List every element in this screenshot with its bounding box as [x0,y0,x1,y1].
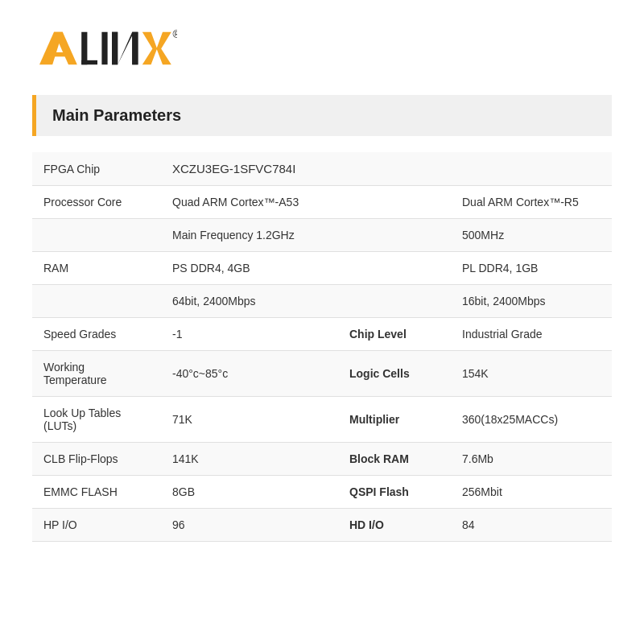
row-label2 [338,252,451,285]
row-label2: HD I/O [338,509,451,542]
row-value1: -40°c~85°c [161,351,338,397]
row-value2: 16bit, 2400Mbps [451,285,612,318]
row-value1: 8GB [161,476,338,509]
row-label: Speed Grades [32,318,161,351]
row-value2: Dual ARM Cortex™-R5 [451,186,612,219]
row-label2: QSPI Flash [338,476,451,509]
table-row: EMMC FLASH 8GB QSPI Flash 256Mbit [32,476,612,509]
row-value1: -1 [161,318,338,351]
row-label2 [338,285,451,318]
table-row: 64bit, 2400Mbps 16bit, 2400Mbps [32,285,612,318]
row-label: RAM [32,252,161,285]
svg-text:®: ® [173,29,177,40]
table-row: HP I/O 96 HD I/O 84 [32,509,612,542]
row-value: XCZU3EG-1SFVC784I [161,152,612,186]
row-value1: Quad ARM Cortex™-A53 [161,186,338,219]
section-title: Main Parameters [52,106,181,124]
svg-rect-2 [48,52,68,56]
row-value2: 500MHz [451,219,612,252]
row-label: HP I/O [32,509,161,542]
row-value1: 96 [161,509,338,542]
svg-rect-5 [101,32,107,65]
svg-rect-8 [132,32,138,65]
row-value1: Main Frequency 1.2GHz [161,219,338,252]
row-label2: Multiplier [338,397,451,443]
svg-rect-4 [81,60,97,64]
row-label: FPGA Chip [32,152,161,186]
row-value2: Industrial Grade [451,318,612,351]
svg-marker-9 [142,32,171,65]
row-value2: 154K [451,351,612,397]
row-label: Processor Core [32,186,161,219]
svg-rect-3 [81,32,87,65]
row-label: Look Up Tables (LUTs) [32,397,161,443]
row-value1: PS DDR4, 4GB [161,252,338,285]
table-row: Working Temperature -40°c~85°c Logic Cel… [32,351,612,397]
table-row: RAM PS DDR4, 4GB PL DDR4, 1GB [32,252,612,285]
row-value2: PL DDR4, 1GB [451,252,612,285]
table-row: Processor Core Quad ARM Cortex™-A53 Dual… [32,186,612,219]
row-label2 [338,219,451,252]
logo-area: ® [32,24,612,72]
row-value2: 84 [451,509,612,542]
row-value1: 71K [161,397,338,443]
row-label: EMMC FLASH [32,476,161,509]
row-label: Working Temperature [32,351,161,397]
params-table: FPGA Chip XCZU3EG-1SFVC784I Processor Co… [32,152,612,542]
row-value1: 141K [161,443,338,476]
table-row: Speed Grades -1 Chip Level Industrial Gr… [32,318,612,351]
row-value2: 256Mbit [451,476,612,509]
row-label2 [338,186,451,219]
row-label2: Logic Cells [338,351,451,397]
row-label: CLB Flip-Flops [32,443,161,476]
row-label [32,219,161,252]
row-label2: Chip Level [338,318,451,351]
section-header: Main Parameters [32,95,612,136]
row-value2: 360(18x25MACCs) [451,397,612,443]
row-value1: 64bit, 2400Mbps [161,285,338,318]
row-label2: Block RAM [338,443,451,476]
row-value2: 7.6Mb [451,443,612,476]
alinx-logo: ® [32,24,177,72]
row-label [32,285,161,318]
table-row: CLB Flip-Flops 141K Block RAM 7.6Mb [32,443,612,476]
table-row: Look Up Tables (LUTs) 71K Multiplier 360… [32,397,612,443]
table-row: FPGA Chip XCZU3EG-1SFVC784I [32,152,612,186]
table-row: Main Frequency 1.2GHz 500MHz [32,219,612,252]
